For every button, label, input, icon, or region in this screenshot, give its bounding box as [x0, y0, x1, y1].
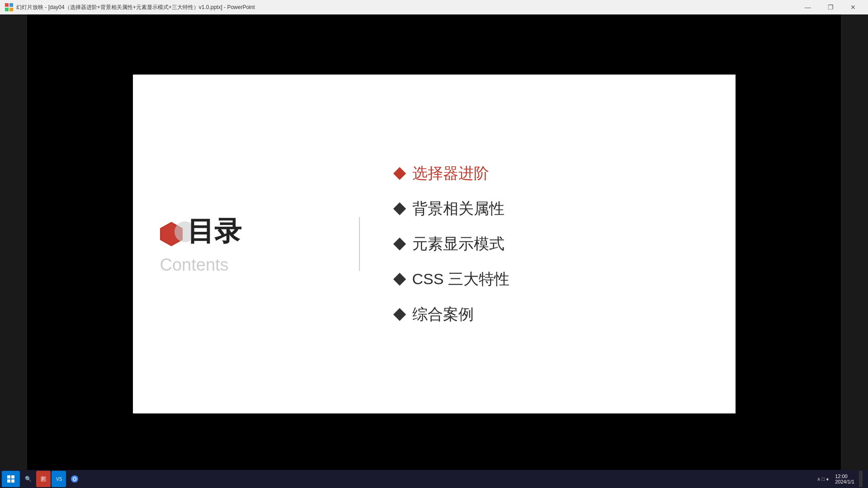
- close-button[interactable]: ✕: [843, 0, 863, 14]
- menu-text-3: 元素显示模式: [412, 234, 505, 254]
- svg-text:P: P: [42, 477, 45, 482]
- diamond-icon-1: [393, 167, 406, 180]
- taskbar: 🔍 P VS ∧ □ ♦ 12:002024/1/1: [0, 470, 868, 488]
- restore-button[interactable]: ❐: [820, 0, 841, 14]
- slide-container: 目录 Contents 选择器进阶 背景相关属性 元素显示模式: [27, 14, 841, 474]
- diamond-icon-4: [393, 273, 406, 286]
- left-section: 目录 Contents: [133, 75, 359, 413]
- svg-text:VS: VS: [56, 477, 62, 482]
- menu-text-1: 选择器进阶: [412, 163, 489, 184]
- menu-item-3: 元素显示模式: [395, 228, 736, 260]
- svg-point-15: [74, 478, 76, 480]
- taskbar-chrome[interactable]: [67, 471, 82, 487]
- menu-item-5: 综合案例: [395, 299, 736, 330]
- system-tray: ∧ □ ♦ 12:002024/1/1: [817, 471, 866, 487]
- window-title: 幻灯片放映 - [day04（选择器进阶+背景相关属性+元素显示模式+三大特性）…: [16, 4, 797, 11]
- start-button[interactable]: [2, 471, 20, 487]
- taskbar-search[interactable]: 🔍: [21, 471, 35, 487]
- svg-rect-8: [7, 479, 10, 483]
- diamond-icon-5: [393, 308, 406, 321]
- subtitle: Contents: [160, 255, 359, 275]
- show-desktop-btn[interactable]: [859, 471, 863, 487]
- svg-rect-2: [5, 8, 9, 11]
- logo-title-row: 目录: [160, 213, 359, 250]
- slide: 目录 Contents 选择器进阶 背景相关属性 元素显示模式: [133, 75, 736, 413]
- menu-item-4: CSS 三大特性: [395, 263, 736, 295]
- diamond-icon-3: [393, 238, 406, 250]
- right-section: 选择器进阶 背景相关属性 元素显示模式 CSS 三大特性 综合案例: [377, 75, 736, 413]
- menu-text-5: 综合案例: [412, 304, 474, 325]
- svg-rect-6: [7, 475, 10, 479]
- svg-rect-9: [11, 479, 14, 483]
- taskbar-vscode[interactable]: VS: [52, 471, 66, 487]
- svg-rect-1: [9, 3, 13, 7]
- window-controls: — ❐ ✕: [797, 0, 863, 14]
- tray-icons: ∧ □ ♦: [817, 476, 829, 482]
- titlebar: 幻灯片放映 - [day04（选择器进阶+背景相关属性+元素显示模式+三大特性）…: [0, 0, 868, 14]
- main-title: 目录: [187, 213, 241, 250]
- svg-rect-3: [9, 8, 13, 11]
- app-icon: [5, 3, 14, 12]
- diamond-icon-2: [393, 202, 406, 215]
- taskbar-powerpoint[interactable]: P: [36, 471, 51, 487]
- menu-text-2: 背景相关属性: [412, 198, 505, 219]
- minimize-button[interactable]: —: [797, 0, 818, 14]
- menu-item-2: 背景相关属性: [395, 193, 736, 225]
- system-time: 12:002024/1/1: [835, 474, 854, 484]
- svg-rect-0: [5, 3, 9, 7]
- divider-line: [359, 217, 360, 271]
- svg-rect-7: [11, 475, 14, 479]
- menu-item-1: 选择器进阶: [395, 158, 736, 189]
- menu-text-4: CSS 三大特性: [412, 269, 509, 290]
